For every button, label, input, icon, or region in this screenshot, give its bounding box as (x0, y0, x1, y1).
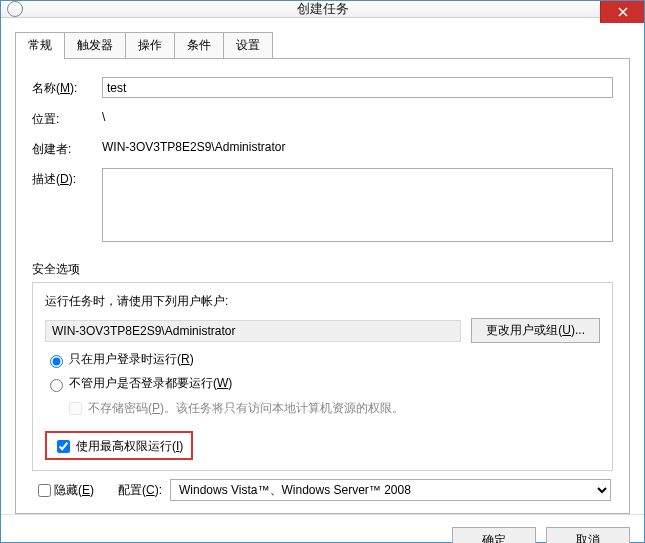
radio-logged-on-label: 只在用户登录时运行(R) (69, 351, 194, 368)
hidden-label: 隐藏(E) (54, 482, 94, 499)
create-task-window: 创建任务 常规 触发器 操作 条件 设置 名称(M): 位置: \ (0, 0, 645, 543)
clock-icon (7, 1, 23, 17)
no-password-label: 不存储密码(P)。该任务将只有访问本地计算机资源的权限。 (88, 400, 404, 417)
security-legend: 安全选项 (32, 261, 613, 278)
tab-panel-general: 名称(M): 位置: \ 创建者: WIN-3OV3TP8E2S9\Admini… (15, 59, 630, 514)
close-icon (618, 7, 628, 17)
configure-for-select[interactable]: Windows Vista™、Windows Server™ 2008 (170, 479, 611, 501)
tab-conditions[interactable]: 条件 (174, 32, 224, 58)
ok-button[interactable]: 确定 (452, 527, 536, 543)
cancel-button[interactable]: 取消 (546, 527, 630, 543)
dialog-footer: 确定 取消 (1, 514, 644, 543)
change-user-button[interactable]: 更改用户或组(U)... (471, 318, 600, 343)
content-area: 常规 触发器 操作 条件 设置 名称(M): 位置: \ 创建者: WIN-3O… (1, 18, 644, 514)
tab-general[interactable]: 常规 (15, 32, 65, 58)
titlebar: 创建任务 (1, 1, 644, 18)
configure-for-label: 配置(C): (118, 482, 162, 499)
account-value: WIN-3OV3TP8E2S9\Administrator (45, 320, 461, 342)
no-password-checkbox (69, 402, 82, 415)
tab-triggers[interactable]: 触发器 (64, 32, 126, 58)
radio-whether-logged[interactable] (50, 379, 63, 392)
window-title: 创建任务 (297, 0, 349, 18)
tab-actions[interactable]: 操作 (125, 32, 175, 58)
name-input[interactable] (102, 77, 613, 98)
account-hint: 运行任务时，请使用下列用户帐户: (45, 293, 600, 310)
tab-strip: 常规 触发器 操作 条件 设置 (15, 32, 630, 59)
description-label: 描述(D): (32, 168, 102, 188)
highest-privileges-checkbox[interactable] (57, 440, 70, 453)
tab-settings[interactable]: 设置 (223, 32, 273, 58)
security-options: 运行任务时，请使用下列用户帐户: WIN-3OV3TP8E2S9\Adminis… (32, 282, 613, 471)
hidden-checkbox[interactable] (38, 484, 51, 497)
close-button[interactable] (600, 1, 644, 23)
name-label: 名称(M): (32, 77, 102, 97)
location-label: 位置: (32, 108, 102, 128)
description-input[interactable] (102, 168, 613, 242)
highest-priv-highlight: 使用最高权限运行(I) (45, 431, 193, 460)
location-value: \ (102, 108, 613, 126)
creator-value: WIN-3OV3TP8E2S9\Administrator (102, 138, 613, 156)
highest-privileges-label: 使用最高权限运行(I) (76, 438, 183, 455)
radio-logged-on[interactable] (50, 355, 63, 368)
radio-whether-logged-label: 不管用户是否登录都要运行(W) (69, 375, 232, 392)
creator-label: 创建者: (32, 138, 102, 158)
